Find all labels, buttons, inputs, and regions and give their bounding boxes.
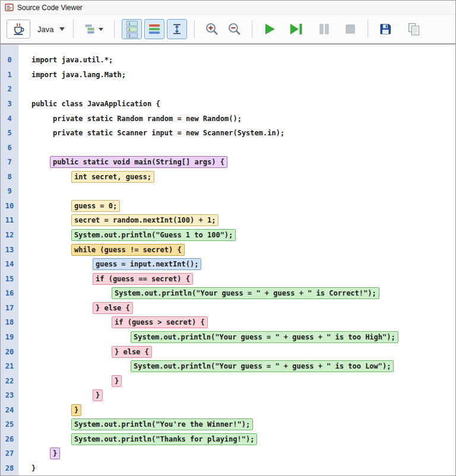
line-number: 21 [1, 362, 18, 370]
code-line: 23} [1, 388, 455, 403]
save-icon [378, 22, 392, 36]
language-button[interactable] [7, 20, 30, 39]
line-number: 3 [1, 100, 18, 108]
code-line: 19System.out.println("Your guess = " + g… [1, 330, 455, 345]
run-button[interactable] [259, 19, 280, 39]
line-number: 8 [1, 173, 18, 181]
structure-view-icon [84, 23, 97, 36]
stop-button[interactable] [340, 19, 360, 39]
code-line: 3public class JavaApplication { [1, 97, 455, 112]
pause-icon [317, 22, 331, 36]
highlighted-code: secret = random.nextInt(100) + 1; [71, 214, 218, 226]
line-number: 15 [1, 275, 18, 283]
highlighted-code: if (guess > secret) { [112, 316, 208, 328]
zoom-in-button[interactable] [202, 19, 222, 39]
code-line: 6 [1, 140, 455, 155]
line-number: 13 [1, 246, 18, 254]
highlighted-code: System.out.println("Your guess = " + gue… [112, 287, 379, 299]
toolbar-separator [368, 20, 368, 38]
line-number: 24 [1, 406, 18, 414]
line-number: 25 [1, 420, 18, 429]
line-number: 28 [1, 464, 18, 472]
structure-view-button[interactable] [81, 19, 107, 39]
line-number: 6 [1, 144, 18, 152]
code-line: 0import java.util.*; [1, 53, 455, 68]
code-line: 10guess = 0; [1, 199, 455, 214]
code-line: 11secret = random.nextInt(100) + 1; [1, 213, 455, 228]
highlighted-code: } [93, 389, 103, 401]
line-number: 23 [1, 391, 18, 399]
line-number: 1 [1, 71, 18, 79]
code-editor[interactable]: 0import java.util.*;1import java.lang.Ma… [1, 45, 455, 475]
highlighted-code: if (guess == secret) { [93, 273, 193, 285]
code-line: 7public static void main(String[] args) … [1, 155, 455, 170]
line-number: 22 [1, 377, 18, 385]
code-line: 15if (guess == secret) { [1, 271, 455, 286]
highlighted-code: System.out.println("You're the Winner!")… [71, 418, 253, 430]
highlighted-code: } [112, 375, 122, 387]
code-line: 26System.out.println("Thanks for playing… [1, 432, 455, 447]
line-number: 16 [1, 289, 18, 297]
color-bars-toggle[interactable] [144, 19, 164, 39]
app-icon [5, 3, 14, 12]
line-number: 10 [1, 202, 18, 210]
code-line: 8int secret, guess; [1, 170, 455, 185]
java-cup-icon [11, 22, 26, 36]
highlighted-code: } else { [93, 302, 133, 314]
color-bars-icon [149, 23, 160, 35]
line-number: 19 [1, 333, 18, 341]
line-number: 0 [1, 56, 18, 64]
code-lines: 0import java.util.*;1import java.lang.Ma… [1, 53, 455, 475]
code-line: 27} [1, 446, 455, 461]
step-button[interactable] [286, 19, 306, 39]
fit-vertical-toggle[interactable] [167, 19, 187, 39]
pause-button[interactable] [314, 19, 334, 39]
run-icon [262, 21, 277, 37]
line-number: 4 [1, 115, 18, 123]
zoom-in-icon [204, 21, 220, 37]
zoom-out-icon [227, 21, 242, 37]
code-line: 2 [1, 82, 455, 97]
toolbar-separator [73, 20, 74, 38]
line-number: 14 [1, 260, 18, 268]
window-title: Source Code Viewer [17, 4, 83, 12]
zoom-out-button[interactable] [224, 19, 245, 39]
source-code-viewer-window: Source Code Viewer Java [0, 0, 456, 476]
save-button[interactable] [375, 19, 395, 39]
code-line: 22} [1, 373, 455, 388]
code-text: public class JavaApplication { [31, 100, 160, 108]
copy-button[interactable] [404, 19, 424, 39]
line-number: 12 [1, 231, 18, 239]
code-text: private static Random random = new Rando… [53, 115, 242, 123]
language-label: Java [37, 25, 53, 34]
code-line: 4private static Random random = new Rand… [1, 111, 455, 126]
highlighted-code: } else { [112, 346, 152, 358]
highlighted-code: System.out.println("Thanks for playing!"… [71, 433, 257, 445]
highlighted-code: } [50, 448, 60, 459]
highlighted-code: System.out.println("Your guess = " + gue… [131, 360, 394, 372]
stop-icon [343, 22, 357, 36]
code-line: 5private static Scanner input = new Scan… [1, 126, 455, 141]
code-line: 1import java.lang.Math; [1, 68, 455, 82]
toolbar-separator [194, 20, 195, 38]
toolbar-separator [114, 20, 115, 38]
highlighted-code: while (guess != secret) { [71, 244, 185, 256]
code-line: 16System.out.println("Your guess = " + g… [1, 286, 455, 301]
line-number: 7 [1, 158, 18, 166]
step-icon [288, 21, 303, 37]
highlighted-code: } [71, 404, 81, 416]
code-text: import java.util.*; [31, 56, 113, 64]
copy-icon [407, 22, 421, 36]
line-number: 26 [1, 435, 18, 443]
language-dropdown-arrow[interactable] [59, 27, 65, 31]
line-number: 11 [1, 216, 18, 224]
line-number: 27 [1, 449, 18, 458]
numbered-blocks-toggle[interactable]: 1 2 3 [122, 19, 142, 39]
code-text: } [31, 464, 36, 472]
toolbar: Java 1 2 3 [1, 15, 455, 45]
code-line: 28} [1, 461, 455, 475]
line-number: 18 [1, 318, 18, 326]
highlighted-code: public static void main(String[] args) { [50, 156, 227, 168]
code-line: 17} else { [1, 301, 455, 316]
highlighted-code: System.out.println("Your guess = " + gue… [131, 331, 398, 343]
